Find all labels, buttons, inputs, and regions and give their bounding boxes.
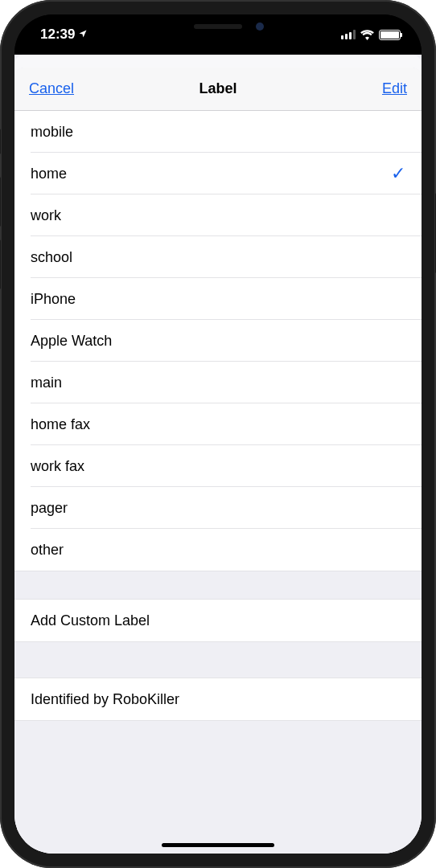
label-text: iPhone [31,291,76,308]
label-text: work fax [31,458,84,475]
volume-down-button [0,240,1,289]
custom-label-text: Identified by RoboKiller [31,691,179,708]
label-text: mobile [31,124,73,141]
label-text: pager [31,500,68,517]
checkmark-icon: ✓ [391,163,405,184]
label-list: mobilehome✓workschooliPhoneApple Watchma… [14,111,422,571]
label-text: other [31,542,64,559]
label-text: home fax [31,416,90,433]
label-row-apple-watch[interactable]: Apple Watch [14,320,422,362]
custom-labels-section: Identified by RoboKiller [14,678,422,720]
screen-content: Cancel Label Edit mobilehome✓workschooli… [14,55,422,854]
status-time-area: 12:39 [40,27,88,43]
volume-up-button [0,177,1,227]
phone-frame: 12:39 C [0,0,436,868]
edit-button[interactable]: Edit [359,80,407,97]
location-icon [78,29,88,41]
wifi-icon [360,30,374,40]
label-text: school [31,249,72,266]
section-gap [14,571,422,600]
notch [134,14,302,39]
label-row-main[interactable]: main [14,362,422,403]
bottom-gap [14,720,422,854]
section-gap-2 [14,641,422,678]
add-custom-label-row[interactable]: Add Custom Label [14,600,422,641]
label-row-work-fax[interactable]: work fax [14,445,422,487]
label-text: work [31,207,61,224]
add-custom-label-text: Add Custom Label [31,612,150,629]
label-text: main [31,375,62,391]
silence-switch [0,129,1,154]
status-right [341,30,401,40]
label-row-school[interactable]: school [14,236,422,278]
page-title: Label [199,80,237,97]
phone-screen: 12:39 C [14,14,422,854]
battery-icon [379,30,401,40]
label-row-iphone[interactable]: iPhone [14,278,422,320]
label-row-home-fax[interactable]: home fax [14,403,422,445]
cancel-button[interactable]: Cancel [29,80,77,97]
nav-bar: Cancel Label Edit [14,68,422,111]
label-text: home [31,166,67,182]
custom-label-row[interactable]: Identified by RoboKiller [14,678,422,720]
home-indicator[interactable] [162,843,274,847]
modal-sheet: Cancel Label Edit mobilehome✓workschooli… [14,68,422,854]
label-row-other[interactable]: other [14,529,422,571]
label-text: Apple Watch [31,333,112,350]
label-row-mobile[interactable]: mobile [14,111,422,153]
label-row-home[interactable]: home✓ [14,153,422,194]
label-row-work[interactable]: work [14,194,422,236]
cellular-icon [341,30,356,39]
status-time: 12:39 [40,27,75,43]
label-row-pager[interactable]: pager [14,487,422,529]
custom-section: Add Custom Label [14,600,422,641]
